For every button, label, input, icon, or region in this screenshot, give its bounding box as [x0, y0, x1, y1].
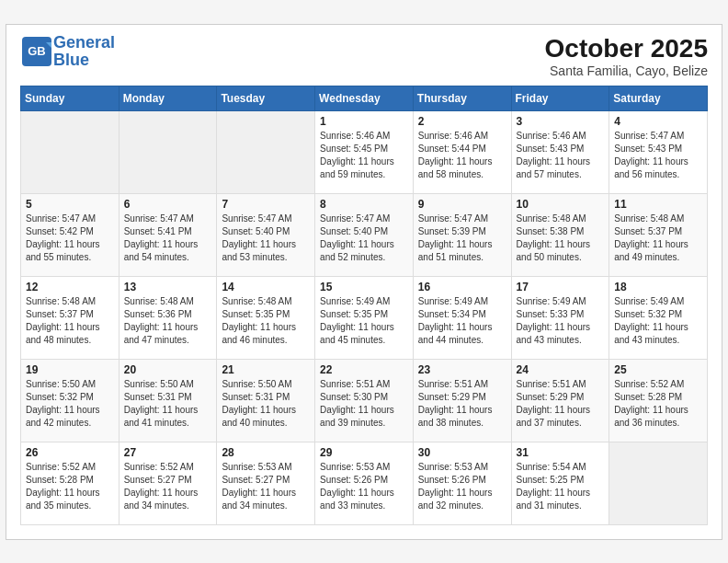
- day-number: 10: [517, 198, 605, 211]
- day-header-sunday: Sunday: [21, 86, 119, 110]
- calendar-cell: 10Sunrise: 5:48 AM Sunset: 5:38 PM Dayli…: [511, 193, 609, 276]
- day-number: 19: [26, 363, 114, 376]
- day-number: 11: [614, 198, 702, 211]
- day-info: Sunrise: 5:50 AM Sunset: 5:32 PM Dayligh…: [26, 378, 114, 430]
- day-number: 6: [124, 198, 212, 211]
- day-info: Sunrise: 5:48 AM Sunset: 5:36 PM Dayligh…: [124, 295, 212, 347]
- day-info: Sunrise: 5:47 AM Sunset: 5:40 PM Dayligh…: [320, 213, 408, 264]
- calendar-cell: 22Sunrise: 5:51 AM Sunset: 5:30 PM Dayli…: [315, 359, 414, 442]
- day-info: Sunrise: 5:51 AM Sunset: 5:30 PM Dayligh…: [320, 378, 408, 430]
- day-number: 14: [222, 281, 310, 293]
- calendar-week-row: 26Sunrise: 5:52 AM Sunset: 5:28 PM Dayli…: [21, 442, 708, 524]
- logo: GB General Blue: [20, 34, 115, 71]
- day-header-thursday: Thursday: [413, 86, 511, 110]
- day-info: Sunrise: 5:51 AM Sunset: 5:29 PM Dayligh…: [418, 378, 506, 430]
- calendar-cell: 28Sunrise: 5:53 AM Sunset: 5:27 PM Dayli…: [217, 442, 315, 524]
- day-number: 28: [222, 446, 310, 459]
- logo-icon: GB: [20, 35, 53, 68]
- calendar-cell: 1Sunrise: 5:46 AM Sunset: 5:45 PM Daylig…: [315, 110, 414, 193]
- calendar-week-row: 19Sunrise: 5:50 AM Sunset: 5:32 PM Dayli…: [21, 359, 708, 442]
- day-number: 8: [320, 198, 408, 211]
- day-number: 17: [517, 281, 605, 293]
- logo-text: General Blue: [53, 34, 115, 71]
- day-info: Sunrise: 5:49 AM Sunset: 5:33 PM Dayligh…: [517, 295, 605, 347]
- calendar-week-row: 1Sunrise: 5:46 AM Sunset: 5:45 PM Daylig…: [21, 110, 708, 193]
- day-number: 24: [517, 363, 605, 376]
- day-info: Sunrise: 5:46 AM Sunset: 5:44 PM Dayligh…: [418, 130, 506, 181]
- calendar-cell: 15Sunrise: 5:49 AM Sunset: 5:35 PM Dayli…: [315, 276, 414, 359]
- calendar-cell: 24Sunrise: 5:51 AM Sunset: 5:29 PM Dayli…: [511, 359, 609, 442]
- day-info: Sunrise: 5:47 AM Sunset: 5:41 PM Dayligh…: [124, 213, 212, 264]
- day-number: 31: [517, 446, 605, 459]
- day-header-monday: Monday: [119, 86, 217, 110]
- calendar-cell: 4Sunrise: 5:47 AM Sunset: 5:43 PM Daylig…: [609, 110, 708, 193]
- day-info: Sunrise: 5:48 AM Sunset: 5:37 PM Dayligh…: [26, 295, 114, 347]
- day-number: 27: [124, 446, 212, 459]
- calendar-cell: 3Sunrise: 5:46 AM Sunset: 5:43 PM Daylig…: [511, 110, 609, 193]
- calendar-cell: [609, 442, 708, 524]
- day-number: 20: [124, 363, 212, 376]
- day-info: Sunrise: 5:46 AM Sunset: 5:45 PM Dayligh…: [320, 130, 408, 181]
- day-number: 21: [222, 363, 310, 376]
- day-number: 22: [320, 363, 408, 376]
- calendar-cell: 25Sunrise: 5:52 AM Sunset: 5:28 PM Dayli…: [609, 359, 708, 442]
- calendar-cell: 26Sunrise: 5:52 AM Sunset: 5:28 PM Dayli…: [21, 442, 119, 524]
- location-title: Santa Familia, Cayo, Belize: [545, 63, 708, 78]
- calendar-cell: 27Sunrise: 5:52 AM Sunset: 5:27 PM Dayli…: [119, 442, 217, 524]
- calendar-cell: 30Sunrise: 5:53 AM Sunset: 5:26 PM Dayli…: [413, 442, 511, 524]
- calendar-container: GB General Blue October 2025 Santa Famil…: [6, 24, 722, 540]
- day-number: 18: [614, 281, 702, 293]
- calendar-cell: 13Sunrise: 5:48 AM Sunset: 5:36 PM Dayli…: [119, 276, 217, 359]
- calendar-cell: 7Sunrise: 5:47 AM Sunset: 5:40 PM Daylig…: [217, 193, 315, 276]
- day-number: 25: [614, 363, 702, 376]
- calendar-table: SundayMondayTuesdayWednesdayThursdayFrid…: [20, 86, 708, 525]
- calendar-cell: 16Sunrise: 5:49 AM Sunset: 5:34 PM Dayli…: [413, 276, 511, 359]
- day-info: Sunrise: 5:49 AM Sunset: 5:35 PM Dayligh…: [320, 295, 408, 347]
- day-number: 4: [614, 115, 702, 128]
- calendar-cell: 23Sunrise: 5:51 AM Sunset: 5:29 PM Dayli…: [413, 359, 511, 442]
- day-number: 15: [320, 281, 408, 293]
- day-info: Sunrise: 5:46 AM Sunset: 5:43 PM Dayligh…: [517, 130, 605, 181]
- day-info: Sunrise: 5:49 AM Sunset: 5:32 PM Dayligh…: [614, 295, 702, 347]
- day-header-tuesday: Tuesday: [217, 86, 315, 110]
- calendar-week-row: 5Sunrise: 5:47 AM Sunset: 5:42 PM Daylig…: [21, 193, 708, 276]
- logo-line1: General: [53, 33, 115, 52]
- calendar-cell: 18Sunrise: 5:49 AM Sunset: 5:32 PM Dayli…: [609, 276, 708, 359]
- calendar-cell: 19Sunrise: 5:50 AM Sunset: 5:32 PM Dayli…: [21, 359, 119, 442]
- day-info: Sunrise: 5:53 AM Sunset: 5:26 PM Dayligh…: [418, 461, 506, 512]
- calendar-cell: [119, 110, 217, 193]
- day-number: 5: [26, 198, 114, 211]
- calendar-header: GB General Blue October 2025 Santa Famil…: [20, 34, 708, 78]
- day-info: Sunrise: 5:53 AM Sunset: 5:26 PM Dayligh…: [320, 461, 408, 512]
- day-info: Sunrise: 5:47 AM Sunset: 5:40 PM Dayligh…: [222, 213, 310, 264]
- day-number: 23: [418, 363, 506, 376]
- calendar-cell: 31Sunrise: 5:54 AM Sunset: 5:25 PM Dayli…: [511, 442, 609, 524]
- calendar-cell: 6Sunrise: 5:47 AM Sunset: 5:41 PM Daylig…: [119, 193, 217, 276]
- calendar-cell: 9Sunrise: 5:47 AM Sunset: 5:39 PM Daylig…: [413, 193, 511, 276]
- day-info: Sunrise: 5:50 AM Sunset: 5:31 PM Dayligh…: [124, 378, 212, 430]
- day-info: Sunrise: 5:50 AM Sunset: 5:31 PM Dayligh…: [222, 378, 310, 430]
- calendar-cell: 20Sunrise: 5:50 AM Sunset: 5:31 PM Dayli…: [119, 359, 217, 442]
- day-header-friday: Friday: [511, 86, 609, 110]
- day-info: Sunrise: 5:47 AM Sunset: 5:42 PM Dayligh…: [26, 213, 114, 264]
- day-info: Sunrise: 5:51 AM Sunset: 5:29 PM Dayligh…: [517, 378, 605, 430]
- logo-line2: Blue: [53, 51, 89, 69]
- day-header-wednesday: Wednesday: [315, 86, 414, 110]
- day-info: Sunrise: 5:47 AM Sunset: 5:43 PM Dayligh…: [614, 130, 702, 181]
- day-number: 1: [320, 115, 408, 128]
- day-number: 29: [320, 446, 408, 459]
- calendar-header-row: SundayMondayTuesdayWednesdayThursdayFrid…: [21, 86, 708, 110]
- day-number: 26: [26, 446, 114, 459]
- day-number: 13: [124, 281, 212, 293]
- calendar-cell: 11Sunrise: 5:48 AM Sunset: 5:37 PM Dayli…: [609, 193, 708, 276]
- day-info: Sunrise: 5:49 AM Sunset: 5:34 PM Dayligh…: [418, 295, 506, 347]
- calendar-cell: 14Sunrise: 5:48 AM Sunset: 5:35 PM Dayli…: [217, 276, 315, 359]
- day-number: 16: [418, 281, 506, 293]
- day-info: Sunrise: 5:48 AM Sunset: 5:35 PM Dayligh…: [222, 295, 310, 347]
- day-info: Sunrise: 5:52 AM Sunset: 5:27 PM Dayligh…: [124, 461, 212, 512]
- day-number: 3: [517, 115, 605, 128]
- day-info: Sunrise: 5:52 AM Sunset: 5:28 PM Dayligh…: [26, 461, 114, 512]
- day-number: 30: [418, 446, 506, 459]
- calendar-cell: 29Sunrise: 5:53 AM Sunset: 5:26 PM Dayli…: [315, 442, 414, 524]
- day-number: 7: [222, 198, 310, 211]
